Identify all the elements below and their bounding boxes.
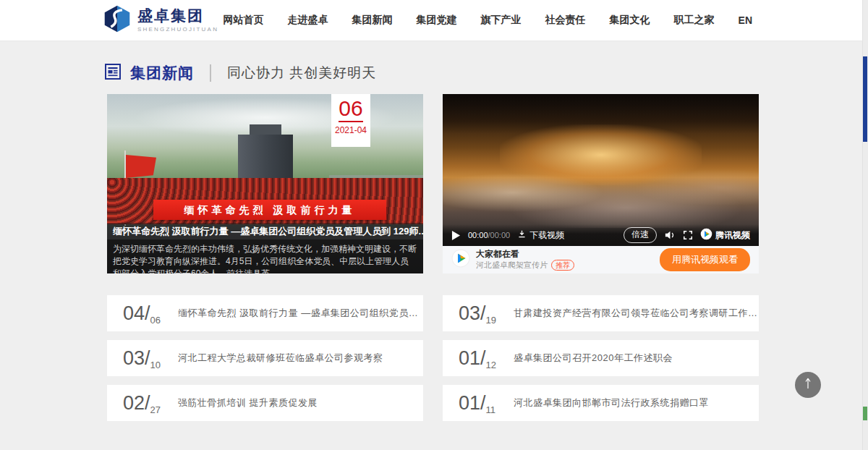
video-card: 00:00/00:00 下载视频 倍速 腾讯视频 — [443, 94, 759, 273]
recommend-badge: 推荐 — [551, 260, 574, 271]
tencent-video-icon — [451, 249, 470, 271]
featured-news-title[interactable]: 缅怀革命先烈 汲取前行力量 —盛卓集团公司组织党员及管理人员到 129师... — [107, 223, 423, 239]
nav-item-en[interactable]: EN — [739, 14, 752, 26]
logo-subtitle: SHENGZHUOJITUAN — [137, 26, 218, 33]
playback-speed-button[interactable]: 倍速 — [624, 227, 657, 243]
back-to-top-button[interactable] — [795, 372, 821, 398]
featured-news-card[interactable]: 缅怀革命先烈 汲取前行力量 06 2021-04 缅怀革命先烈 汲取前行力量 —… — [107, 94, 423, 273]
news-item-title: 甘肃建投资产经营有限公司领导莅临公司考察调研工作， 公司启动数... — [514, 307, 759, 320]
news-date: 01/11 — [459, 392, 503, 415]
news-list-item[interactable]: 01/11 河北盛卓集团向邯郸市司法行政系统捐赠口罩 — [443, 385, 759, 421]
edge-widget — [863, 407, 867, 420]
section-header: 集团新闻 同心协力 共创美好明天 — [105, 62, 376, 84]
date-badge-month: 2021-04 — [331, 125, 370, 135]
site-header: 盛卓集团 SHENGZHUOJITUAN 网站首页 走进盛卓 集团新闻 集团党建… — [0, 0, 868, 41]
news-list-item[interactable]: 01/12 盛卓集团公司召开2020年工作述职会 — [443, 340, 759, 376]
photo-banner-text: 缅怀革命先烈 汲取前行力量 — [153, 200, 386, 220]
news-list-left: 04/06 缅怀革命先烈 汲取前行力量 —盛卓集团公司组织党员及管理人员到 1.… — [107, 295, 423, 430]
video-clouds — [443, 144, 759, 228]
video-time: 00:00/00:00 — [468, 231, 510, 239]
everyone-watching-label: 大家都在看 — [476, 249, 574, 259]
scrollbar-track[interactable] — [862, 0, 868, 450]
logo-title: 盛卓集团 — [137, 8, 218, 24]
nav-item-responsibility[interactable]: 社会责任 — [545, 14, 586, 27]
date-badge: 06 2021-04 — [331, 94, 370, 147]
news-date: 02/27 — [123, 392, 168, 415]
nav-item-news[interactable]: 集团新闻 — [352, 14, 393, 27]
news-item-title: 缅怀革命先烈 汲取前行力量 —盛卓集团公司组织党员及管理人员到 1... — [178, 307, 423, 320]
section-title: 集团新闻 — [130, 63, 194, 83]
main-nav: 网站首页 走进盛卓 集团新闻 集团党建 旗下产业 社会责任 集团文化 职工之家 … — [224, 14, 752, 27]
logo-icon — [103, 5, 131, 35]
video-name[interactable]: 河北盛卓爬架宣传片 — [476, 260, 548, 271]
download-icon — [517, 229, 527, 241]
nav-item-about[interactable]: 走进盛卓 — [288, 14, 328, 27]
news-date: 03/10 — [123, 347, 168, 370]
photo-red-flag — [126, 155, 156, 178]
download-video-button[interactable]: 下载视频 — [517, 229, 564, 242]
volume-icon[interactable] — [664, 230, 676, 240]
news-item-title: 河北工程大学总裁研修班莅临盛卓公司参观考察 — [178, 352, 383, 365]
nav-item-staff[interactable]: 职工之家 — [674, 14, 715, 27]
section-subtitle: 同心协力 共创美好明天 — [227, 64, 376, 82]
featured-news-description: 为深切缅怀革命先烈的丰功伟绩，弘扬优秀传统文化，加强精神文明建设，不断把党史学习… — [107, 239, 423, 273]
nav-item-party[interactable]: 集团党建 — [417, 14, 457, 27]
video-vignette — [443, 94, 759, 134]
nav-item-industries[interactable]: 旗下产业 — [481, 14, 522, 27]
video-control-bar: 00:00/00:00 下载视频 倍速 腾讯视频 — [443, 224, 759, 246]
news-list-item[interactable]: 02/27 强筋壮骨抓培训 提升素质促发展 — [107, 385, 423, 421]
fullscreen-icon[interactable] — [683, 230, 693, 240]
news-item-title: 河北盛卓集团向邯郸市司法行政系统捐赠口罩 — [514, 396, 709, 409]
news-list-item[interactable]: 03/19 甘肃建投资产经营有限公司领导莅临公司考察调研工作， 公司启动数... — [443, 295, 759, 331]
date-badge-day: 06 — [331, 96, 370, 121]
play-icon[interactable] — [451, 230, 461, 241]
news-item-title: 盛卓集团公司召开2020年工作述职会 — [514, 352, 673, 365]
section-divider — [210, 64, 211, 82]
scrollbar-thumb[interactable] — [863, 56, 867, 142]
news-item-title: 强筋壮骨抓培训 提升素质促发展 — [178, 396, 318, 409]
arrow-up-icon — [804, 377, 812, 393]
watch-on-tencent-button[interactable]: 用腾讯视频观看 — [660, 248, 750, 271]
news-date: 04/06 — [123, 302, 168, 325]
tencent-video-icon — [700, 228, 712, 242]
news-list-item[interactable]: 04/06 缅怀革命先烈 汲取前行力量 —盛卓集团公司组织党员及管理人员到 1.… — [107, 295, 423, 331]
date-badge-divider — [339, 121, 363, 122]
site-logo[interactable]: 盛卓集团 SHENGZHUOJITUAN — [103, 5, 218, 35]
tencent-video-link[interactable]: 腾讯视频 — [700, 228, 750, 242]
main-content: 集团新闻 同心协力 共创美好明天 缅怀革命先烈 汲取前行力量 06 2021-0… — [0, 41, 868, 450]
news-list-right: 03/19 甘肃建投资产经营有限公司领导莅临公司考察调研工作， 公司启动数...… — [443, 295, 759, 430]
video-info-bar: 大家都在看 河北盛卓爬架宣传片 推荐 用腾讯视频观看 — [443, 246, 759, 273]
news-icon — [105, 64, 121, 82]
news-list-item[interactable]: 03/10 河北工程大学总裁研修班莅临盛卓公司参观考察 — [107, 340, 423, 376]
nav-item-culture[interactable]: 集团文化 — [610, 14, 650, 27]
nav-item-home[interactable]: 网站首页 — [224, 14, 264, 27]
news-date: 03/19 — [459, 302, 503, 325]
news-date: 01/12 — [459, 347, 503, 370]
video-screen[interactable] — [443, 94, 759, 246]
